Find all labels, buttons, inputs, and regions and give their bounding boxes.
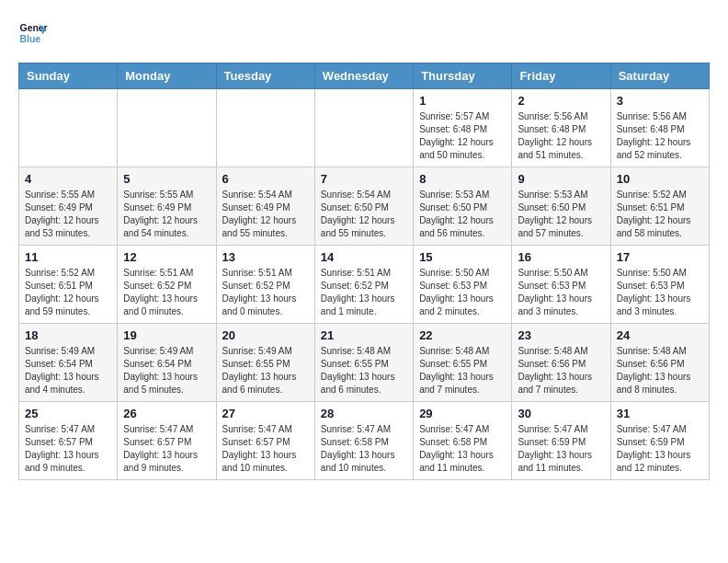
calendar-cell — [19, 89, 118, 167]
calendar-week-1: 1Sunrise: 5:57 AM Sunset: 6:48 PM Daylig… — [19, 89, 710, 167]
calendar-cell: 20Sunrise: 5:49 AM Sunset: 6:55 PM Dayli… — [216, 324, 314, 402]
day-info: Sunrise: 5:48 AM Sunset: 6:56 PM Dayligh… — [617, 345, 703, 396]
day-info: Sunrise: 5:47 AM Sunset: 6:57 PM Dayligh… — [222, 423, 309, 475]
day-number: 22 — [419, 328, 506, 342]
day-number: 8 — [419, 172, 506, 186]
calendar-cell: 2Sunrise: 5:56 AM Sunset: 6:48 PM Daylig… — [512, 89, 610, 167]
calendar-cell: 21Sunrise: 5:48 AM Sunset: 6:55 PM Dayli… — [314, 324, 413, 402]
calendar-cell: 7Sunrise: 5:54 AM Sunset: 6:50 PM Daylig… — [314, 167, 413, 246]
calendar-cell — [314, 89, 413, 167]
day-info: Sunrise: 5:56 AM Sunset: 6:48 PM Dayligh… — [617, 110, 703, 162]
day-info: Sunrise: 5:47 AM Sunset: 6:59 PM Dayligh… — [518, 423, 604, 475]
day-info: Sunrise: 5:50 AM Sunset: 6:53 PM Dayligh… — [518, 267, 604, 318]
calendar-cell: 10Sunrise: 5:52 AM Sunset: 6:51 PM Dayli… — [610, 167, 709, 246]
day-info: Sunrise: 5:47 AM Sunset: 6:59 PM Dayligh… — [617, 423, 703, 475]
calendar-cell: 8Sunrise: 5:53 AM Sunset: 6:50 PM Daylig… — [414, 167, 512, 246]
logo-icon: General Blue — [18, 18, 48, 48]
calendar-cell: 3Sunrise: 5:56 AM Sunset: 6:48 PM Daylig… — [610, 89, 709, 167]
day-number: 10 — [617, 172, 703, 186]
calendar-cell: 13Sunrise: 5:51 AM Sunset: 6:52 PM Dayli… — [216, 246, 314, 324]
calendar-cell: 12Sunrise: 5:51 AM Sunset: 6:52 PM Dayli… — [118, 246, 216, 324]
calendar-cell: 27Sunrise: 5:47 AM Sunset: 6:57 PM Dayli… — [216, 402, 314, 480]
day-number: 2 — [518, 94, 604, 108]
day-number: 23 — [518, 328, 604, 342]
calendar-week-4: 18Sunrise: 5:49 AM Sunset: 6:54 PM Dayli… — [19, 324, 710, 402]
day-number: 21 — [321, 328, 407, 342]
calendar-cell: 17Sunrise: 5:50 AM Sunset: 6:53 PM Dayli… — [610, 246, 709, 324]
calendar-cell: 4Sunrise: 5:55 AM Sunset: 6:49 PM Daylig… — [19, 167, 118, 246]
page-header: General Blue — [18, 18, 710, 48]
calendar-week-3: 11Sunrise: 5:52 AM Sunset: 6:51 PM Dayli… — [19, 246, 710, 324]
day-info: Sunrise: 5:53 AM Sunset: 6:50 PM Dayligh… — [419, 189, 506, 240]
day-info: Sunrise: 5:56 AM Sunset: 6:48 PM Dayligh… — [518, 110, 604, 162]
calendar-table: SundayMondayTuesdayWednesdayThursdayFrid… — [18, 63, 710, 480]
calendar-cell — [216, 89, 314, 167]
day-number: 7 — [321, 172, 407, 186]
day-info: Sunrise: 5:49 AM Sunset: 6:54 PM Dayligh… — [123, 345, 210, 396]
day-info: Sunrise: 5:51 AM Sunset: 6:52 PM Dayligh… — [321, 267, 407, 318]
logo: General Blue — [18, 18, 51, 48]
calendar-cell: 6Sunrise: 5:54 AM Sunset: 6:49 PM Daylig… — [216, 167, 314, 246]
day-info: Sunrise: 5:48 AM Sunset: 6:55 PM Dayligh… — [321, 345, 407, 396]
day-info: Sunrise: 5:47 AM Sunset: 6:58 PM Dayligh… — [321, 423, 407, 475]
day-info: Sunrise: 5:53 AM Sunset: 6:50 PM Dayligh… — [518, 189, 604, 240]
calendar-cell: 15Sunrise: 5:50 AM Sunset: 6:53 PM Dayli… — [414, 246, 512, 324]
column-header-wednesday: Wednesday — [314, 63, 413, 89]
day-info: Sunrise: 5:49 AM Sunset: 6:55 PM Dayligh… — [222, 345, 309, 396]
day-info: Sunrise: 5:52 AM Sunset: 6:51 PM Dayligh… — [25, 267, 111, 318]
calendar-cell: 23Sunrise: 5:48 AM Sunset: 6:56 PM Dayli… — [512, 324, 610, 402]
day-number: 19 — [123, 328, 210, 342]
day-info: Sunrise: 5:57 AM Sunset: 6:48 PM Dayligh… — [419, 110, 506, 162]
day-info: Sunrise: 5:48 AM Sunset: 6:55 PM Dayligh… — [419, 345, 506, 396]
day-number: 15 — [419, 250, 506, 264]
calendar-week-2: 4Sunrise: 5:55 AM Sunset: 6:49 PM Daylig… — [19, 167, 710, 246]
day-info: Sunrise: 5:54 AM Sunset: 6:50 PM Dayligh… — [321, 189, 407, 240]
day-number: 18 — [25, 328, 111, 342]
day-info: Sunrise: 5:47 AM Sunset: 6:57 PM Dayligh… — [25, 423, 111, 475]
calendar-cell: 29Sunrise: 5:47 AM Sunset: 6:58 PM Dayli… — [414, 402, 512, 480]
day-number: 26 — [123, 407, 210, 420]
day-info: Sunrise: 5:52 AM Sunset: 6:51 PM Dayligh… — [617, 189, 703, 240]
column-header-saturday: Saturday — [610, 63, 709, 89]
calendar-cell: 31Sunrise: 5:47 AM Sunset: 6:59 PM Dayli… — [610, 402, 709, 480]
calendar-cell: 28Sunrise: 5:47 AM Sunset: 6:58 PM Dayli… — [314, 402, 413, 480]
calendar-week-5: 25Sunrise: 5:47 AM Sunset: 6:57 PM Dayli… — [19, 402, 710, 480]
calendar-cell: 16Sunrise: 5:50 AM Sunset: 6:53 PM Dayli… — [512, 246, 610, 324]
day-info: Sunrise: 5:50 AM Sunset: 6:53 PM Dayligh… — [617, 267, 703, 318]
day-info: Sunrise: 5:51 AM Sunset: 6:52 PM Dayligh… — [222, 267, 309, 318]
calendar-cell: 11Sunrise: 5:52 AM Sunset: 6:51 PM Dayli… — [19, 246, 118, 324]
day-number: 5 — [123, 172, 210, 186]
day-info: Sunrise: 5:47 AM Sunset: 6:58 PM Dayligh… — [419, 423, 506, 475]
day-number: 4 — [25, 172, 111, 186]
calendar-cell: 30Sunrise: 5:47 AM Sunset: 6:59 PM Dayli… — [512, 402, 610, 480]
day-number: 6 — [222, 172, 309, 186]
day-number: 16 — [518, 250, 604, 264]
day-number: 28 — [321, 407, 407, 420]
calendar-cell: 25Sunrise: 5:47 AM Sunset: 6:57 PM Dayli… — [19, 402, 118, 480]
day-number: 9 — [518, 172, 604, 186]
day-number: 30 — [518, 407, 604, 420]
day-number: 29 — [419, 407, 506, 420]
day-info: Sunrise: 5:51 AM Sunset: 6:52 PM Dayligh… — [123, 267, 210, 318]
calendar-cell: 24Sunrise: 5:48 AM Sunset: 6:56 PM Dayli… — [610, 324, 709, 402]
calendar-cell: 19Sunrise: 5:49 AM Sunset: 6:54 PM Dayli… — [118, 324, 216, 402]
day-info: Sunrise: 5:48 AM Sunset: 6:56 PM Dayligh… — [518, 345, 604, 396]
calendar-cell: 9Sunrise: 5:53 AM Sunset: 6:50 PM Daylig… — [512, 167, 610, 246]
calendar-cell: 5Sunrise: 5:55 AM Sunset: 6:49 PM Daylig… — [118, 167, 216, 246]
calendar-cell — [118, 89, 216, 167]
calendar-cell: 1Sunrise: 5:57 AM Sunset: 6:48 PM Daylig… — [414, 89, 512, 167]
day-info: Sunrise: 5:55 AM Sunset: 6:49 PM Dayligh… — [123, 189, 210, 240]
column-header-tuesday: Tuesday — [216, 63, 314, 89]
day-number: 13 — [222, 250, 309, 264]
column-header-thursday: Thursday — [414, 63, 512, 89]
day-number: 3 — [617, 94, 703, 108]
day-info: Sunrise: 5:55 AM Sunset: 6:49 PM Dayligh… — [25, 189, 111, 240]
day-number: 14 — [321, 250, 407, 264]
column-header-monday: Monday — [118, 63, 216, 89]
calendar-cell: 22Sunrise: 5:48 AM Sunset: 6:55 PM Dayli… — [414, 324, 512, 402]
day-info: Sunrise: 5:50 AM Sunset: 6:53 PM Dayligh… — [419, 267, 506, 318]
day-number: 31 — [617, 407, 703, 420]
day-number: 17 — [617, 250, 703, 264]
column-header-sunday: Sunday — [19, 63, 118, 89]
day-info: Sunrise: 5:49 AM Sunset: 6:54 PM Dayligh… — [25, 345, 111, 396]
